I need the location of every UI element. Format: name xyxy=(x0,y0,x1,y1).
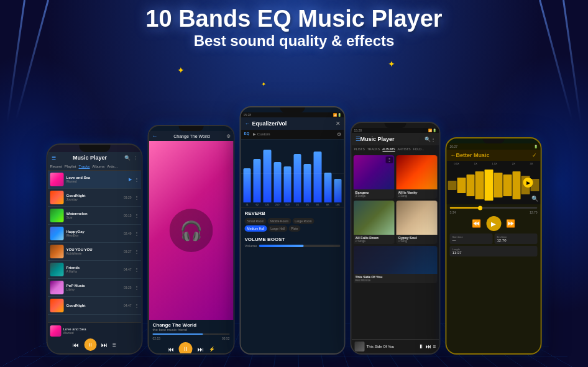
album-item-bangerz[interactable]: Bangerz 3 Songs ⋮ xyxy=(354,155,395,199)
track-item-1[interactable]: Love and Sea Wanted ▶ ⋮ xyxy=(48,171,142,189)
player-pause-btn[interactable]: ⏸ xyxy=(179,342,193,355)
playlist-icon[interactable]: ≡ xyxy=(113,342,116,348)
track-item-5[interactable]: YOU YOU YOU Kobibliente 03:27 ⋮ xyxy=(48,243,142,261)
bm-progress-track[interactable] xyxy=(450,207,538,209)
albums-tab-artists[interactable]: ARTISTS xyxy=(398,147,411,152)
eq-bar-4[interactable] xyxy=(273,162,281,202)
eq-bar-5[interactable] xyxy=(283,166,291,202)
reverb-buttons-row2: Medium Hall Large Hall Plate xyxy=(245,225,341,232)
track-menu-6[interactable]: ⋮ xyxy=(134,267,139,273)
albums-list-btn[interactable]: ≡ xyxy=(433,344,436,350)
eq-title: Equalizer/Vol xyxy=(252,120,287,127)
eq-tabs: EQ ▶ Custom ⚙ xyxy=(241,130,344,139)
eq-bar-1[interactable] xyxy=(244,168,251,202)
bm-progress-thumb[interactable] xyxy=(478,206,482,210)
track-item-3[interactable]: Watermelon Scar 00:15 ⋮ xyxy=(48,207,142,225)
reverb-large-hall[interactable]: Large Hall xyxy=(268,225,287,232)
albums-pause-btn[interactable]: ⏸ xyxy=(418,343,424,350)
eq-settings-icon[interactable]: ⚙ xyxy=(226,134,231,139)
track-item-7[interactable]: PoP Music Libriry 03:25 ⋮ xyxy=(48,279,142,297)
eq-tab-custom[interactable]: ▶ Custom xyxy=(253,132,270,137)
bm-length-value: 11:37 xyxy=(452,251,535,255)
tab-artists[interactable]: Artis... xyxy=(107,165,117,169)
albums-menu-icon[interactable]: ☰ xyxy=(356,136,361,142)
dots-icon[interactable]: ⋮ xyxy=(133,155,138,161)
tab-tracks[interactable]: Tracks xyxy=(79,165,90,169)
volume-track[interactable] xyxy=(259,245,341,247)
track-item-8[interactable]: GoodNight 04:47 ⋮ xyxy=(48,297,142,315)
eq-bar-3[interactable] xyxy=(264,150,271,202)
albums-now-playing: This Side Of You ⏸ ⏭ ≡ xyxy=(352,339,439,353)
player-next-btn[interactable]: ⏭ xyxy=(198,346,204,353)
bm-eq-icon[interactable]: 🔍 xyxy=(531,196,538,202)
eq-bar-7[interactable] xyxy=(304,164,311,202)
back-icon[interactable]: ← xyxy=(152,133,158,139)
eq-bar-2[interactable] xyxy=(254,159,261,202)
bm-rewind-btn[interactable]: ⏪ xyxy=(472,219,481,228)
track-menu-5[interactable]: ⋮ xyxy=(134,249,139,255)
reverb-small-room[interactable]: Small Room xyxy=(245,218,267,224)
eq-tab-eq[interactable]: EQ xyxy=(244,132,250,137)
album-art-content: 🎧 xyxy=(170,209,213,252)
reverb-large-room[interactable]: Large Room xyxy=(292,218,315,224)
track-menu-1[interactable]: ⋮ xyxy=(134,177,139,183)
player-progress-track[interactable] xyxy=(153,333,230,335)
next-button[interactable]: ⏭ xyxy=(101,342,108,348)
albums-tab-fold[interactable]: FOLD... xyxy=(413,147,425,152)
bm-length: Length 11:37 xyxy=(450,246,538,256)
albums-tab-plists[interactable]: PLISTS xyxy=(354,147,365,152)
track-menu-2[interactable]: ⋮ xyxy=(134,195,139,201)
headphone-display: 🎧 xyxy=(170,209,213,252)
album-dots-bangerz[interactable]: ⋮ xyxy=(386,156,393,163)
eq-bar-8[interactable] xyxy=(314,152,321,202)
bm-fastfwd-btn[interactable]: ⏩ xyxy=(506,219,515,228)
eq-back-icon[interactable]: ← xyxy=(245,120,250,127)
track-menu-3[interactable]: ⋮ xyxy=(134,213,139,219)
track-menu-7[interactable]: ⋮ xyxy=(134,285,139,291)
tab-recent[interactable]: Recent xyxy=(50,165,62,169)
player-prev-btn[interactable]: ⏮ xyxy=(168,346,174,353)
bm-settings-grid: Start time — End time 12:70 Length 11:37 xyxy=(450,233,538,256)
bm-play-btn[interactable]: ▶ xyxy=(486,216,501,231)
eq-close-icon[interactable]: ✕ xyxy=(336,120,341,127)
bm-start-time[interactable]: Start time — xyxy=(450,233,493,244)
eq-settings-btn[interactable]: ⚙ xyxy=(337,132,341,137)
tab-albums[interactable]: Albums xyxy=(92,165,104,169)
bm-check-icon[interactable]: ✓ xyxy=(532,152,537,158)
album-item-gypsy[interactable]: Gypsy Soul 1 Song xyxy=(397,201,438,244)
track-item-6[interactable]: Friends A HaHa 04:47 ⋮ xyxy=(48,261,142,279)
album-songs-falls: 2 Songs xyxy=(356,240,393,243)
eq-bar-9[interactable] xyxy=(324,173,331,202)
sparkle-2: ✦ xyxy=(261,81,266,88)
hamburger-icon[interactable]: ☰ xyxy=(52,155,56,161)
search-icon[interactable]: 🔍 xyxy=(124,155,131,161)
pause-button[interactable]: ⏸ xyxy=(84,338,96,351)
bm-battery-icon: 🔋 xyxy=(534,145,538,148)
albums-dots-icon[interactable]: ⋮ xyxy=(431,137,436,142)
albums-tab-albums[interactable]: ALBUMS xyxy=(382,147,395,152)
player-eq-icon[interactable]: ⚡ xyxy=(209,347,215,352)
album-item-falls[interactable]: All Falls Down 2 Songs xyxy=(354,201,395,244)
reverb-medium-hall[interactable]: Medium Hall xyxy=(245,225,267,232)
reverb-middle-room[interactable]: Middle Room xyxy=(268,218,291,224)
track-menu-8[interactable]: ⋮ xyxy=(134,303,139,309)
eq-bar-6[interactable] xyxy=(294,154,301,202)
track-menu-4[interactable]: ⋮ xyxy=(134,231,139,237)
bm-progress-fill xyxy=(450,207,480,209)
album-item-vanity[interactable]: All Is Vanity 1 Song xyxy=(397,155,438,199)
album-item-thisside[interactable]: This Side Of You Rex Monroe xyxy=(354,246,438,283)
albums-skip-btn[interactable]: ⏭ xyxy=(426,343,431,350)
track-item-2[interactable]: GoodNight Jounijay 03:20 ⋮ xyxy=(48,189,142,207)
track-item-4[interactable]: HappyDay WestBoy 02:49 ⋮ xyxy=(48,225,142,243)
phones-container: ☰ Music Player 🔍 ⋮ Recent Playlist Track… xyxy=(47,106,542,355)
reverb-plate[interactable]: Plate xyxy=(288,225,300,232)
tab-playlist[interactable]: Playlist xyxy=(65,165,76,169)
albums-search-icon[interactable]: 🔍 xyxy=(425,137,431,142)
bm-waveform-play[interactable]: ▶ xyxy=(523,178,533,188)
album-songs-bangerz: 3 Songs xyxy=(356,194,393,197)
bm-back-icon[interactable]: ← xyxy=(451,152,456,158)
eq-bar-10[interactable] xyxy=(334,179,341,202)
prev-button[interactable]: ⏮ xyxy=(73,342,79,348)
bm-end-time[interactable]: End time 12:70 xyxy=(495,233,538,244)
albums-tab-tracks[interactable]: TRACKS xyxy=(367,147,380,152)
